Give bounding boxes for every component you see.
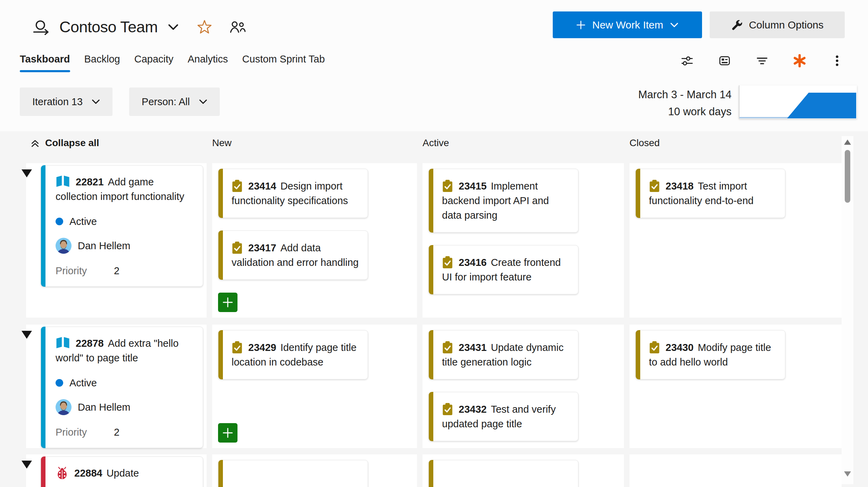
filter-row: Iteration 13 Person: All	[20, 87, 220, 116]
status-dot-icon	[56, 379, 63, 387]
task-icon	[232, 341, 243, 354]
swimlane-22821: 22821Add game collection import function…	[0, 163, 868, 318]
tab-backlog[interactable]: Backlog	[84, 52, 120, 71]
vertical-scrollbar[interactable]	[842, 136, 853, 484]
story-accent-bar	[41, 165, 45, 287]
swimlane-collapse-caret-icon[interactable]	[22, 169, 32, 177]
story-card[interactable]: 22878Add extra "hello world" to page tit…	[41, 327, 203, 448]
work-item-id: 23431	[459, 342, 487, 353]
iteration-dropdown[interactable]: Iteration 13	[20, 87, 112, 116]
task-icon	[649, 341, 660, 354]
taskboard-page: Contoso Team New Work Item Column Option…	[0, 0, 868, 487]
burndown-chart-icon	[740, 85, 856, 119]
column-header-closed: Closed	[629, 137, 842, 149]
bug-card[interactable]: 22884Update	[41, 456, 203, 487]
swimlane-collapse-caret-icon[interactable]	[22, 461, 32, 469]
add-task-button[interactable]	[218, 423, 237, 443]
work-item-id: 23415	[459, 180, 487, 192]
chevron-down-icon	[670, 23, 678, 27]
more-options-ellipsis-icon[interactable]	[831, 54, 844, 67]
work-item-id: 23430	[666, 342, 694, 353]
chevron-down-icon	[199, 99, 207, 104]
bug-icon	[56, 467, 69, 480]
board-cell-closed	[629, 454, 842, 487]
task-card[interactable]: 23414Design import functionality specifi…	[218, 169, 368, 218]
work-item-id: 22878	[76, 338, 104, 349]
bug-title-line: 22884Update	[56, 466, 194, 480]
scroll-down-arrow-icon[interactable]	[844, 471, 851, 477]
add-task-button[interactable]	[218, 293, 237, 312]
priority-value[interactable]: 2	[114, 425, 119, 439]
user-story-icon	[56, 336, 70, 349]
tab-custom-sprint-tab[interactable]: Custom Sprint Tab	[242, 52, 325, 71]
board-cell-closed: 23430Modify page title to add hello worl…	[629, 325, 842, 448]
task-icon	[442, 180, 453, 192]
person-dropdown[interactable]: Person: All	[129, 87, 220, 116]
filter-icon[interactable]	[756, 54, 769, 67]
scrollbar-thumb[interactable]	[845, 150, 850, 203]
task-card[interactable]: 23434Fix errors and	[218, 460, 368, 487]
taskboard-region: Collapse all New Active Closed 22821Add …	[0, 131, 868, 487]
work-item-id: 23414	[248, 180, 276, 192]
task-icon	[649, 180, 660, 192]
scroll-up-arrow-icon[interactable]	[844, 140, 851, 145]
task-accent-bar	[429, 245, 433, 294]
task-card[interactable]: 23431Update dynamic title generation log…	[428, 330, 578, 379]
status-label: Active	[69, 214, 97, 229]
add-plus-icon	[223, 428, 233, 438]
column-header-new: New	[212, 137, 417, 149]
task-card[interactable]: 23433Investigate	[428, 460, 578, 487]
tab-capacity[interactable]: Capacity	[134, 52, 174, 71]
board-cell-new: 23434Fix errors and	[212, 454, 417, 487]
story-card[interactable]: 22821Add game collection import function…	[41, 165, 203, 287]
work-item-title: Add game collection import functionality	[56, 176, 184, 202]
task-icon	[442, 403, 453, 415]
new-work-item-button[interactable]: New Work Item	[553, 11, 702, 38]
task-accent-bar	[218, 230, 223, 280]
assignee-name: Dan Hellem	[78, 238, 131, 253]
assignee-row[interactable]: Dan Hellem	[56, 238, 194, 254]
team-members-icon[interactable]	[230, 20, 246, 34]
favorite-star-icon[interactable]	[197, 19, 212, 35]
card-view-options-icon[interactable]	[718, 54, 731, 67]
task-accent-bar	[636, 169, 640, 218]
tab-analytics[interactable]: Analytics	[188, 52, 228, 71]
task-icon	[232, 242, 243, 254]
live-updates-asterisk-icon[interactable]	[793, 54, 806, 67]
swimlane-22884: 22884Update 23434Fix errors and 23433Inv…	[0, 454, 868, 487]
priority-row: Priority 2	[56, 263, 194, 278]
task-card[interactable]: 23430Modify page title to add hello worl…	[635, 330, 785, 379]
task-card[interactable]: 23429Identify page title location in cod…	[218, 330, 368, 379]
story-cell: 22878Add extra "hello world" to page tit…	[26, 325, 207, 448]
task-card[interactable]: 23416Create frontend UI for import featu…	[428, 245, 578, 294]
task-accent-bar	[218, 460, 223, 487]
swimlane-collapse-caret-icon[interactable]	[22, 331, 32, 339]
view-settings-sliders-icon[interactable]	[681, 54, 694, 67]
collapse-all-button[interactable]: Collapse all	[31, 137, 207, 149]
sprint-date-range: March 3 - March 14	[638, 86, 732, 103]
priority-row: Priority 2	[56, 425, 194, 439]
task-card[interactable]: 23418Test import functionality end-to-en…	[635, 169, 785, 218]
collapse-all-icon	[31, 138, 40, 148]
task-icon	[442, 256, 453, 269]
assignee-row[interactable]: Dan Hellem	[56, 399, 194, 415]
priority-value[interactable]: 2	[114, 263, 119, 278]
team-header: Contoso Team	[33, 18, 246, 36]
story-title-line: 22878Add extra "hello world" to page tit…	[56, 336, 194, 365]
tab-taskboard[interactable]: Taskboard	[20, 52, 70, 71]
story-accent-bar	[41, 327, 45, 448]
column-options-button[interactable]: Column Options	[710, 11, 845, 38]
team-name: Contoso Team	[59, 18, 158, 36]
assignee-avatar	[56, 399, 72, 415]
task-accent-bar	[429, 392, 433, 441]
task-card[interactable]: 23417Add data validation and error handl…	[218, 230, 368, 280]
assignee-name: Dan Hellem	[78, 400, 131, 414]
sprint-burndown-thumbnail[interactable]	[739, 85, 857, 119]
board-cell-closed: 23418Test import functionality end-to-en…	[629, 163, 842, 318]
story-title-line: 22821Add game collection import function…	[56, 175, 194, 204]
collapse-all-label: Collapse all	[45, 137, 99, 149]
task-card[interactable]: 23415Implement backend import API and da…	[428, 169, 578, 233]
team-chevron-down-icon[interactable]	[168, 24, 178, 30]
board-toolbar	[681, 54, 844, 67]
task-card[interactable]: 23432Test and verify updated page title	[428, 392, 578, 441]
